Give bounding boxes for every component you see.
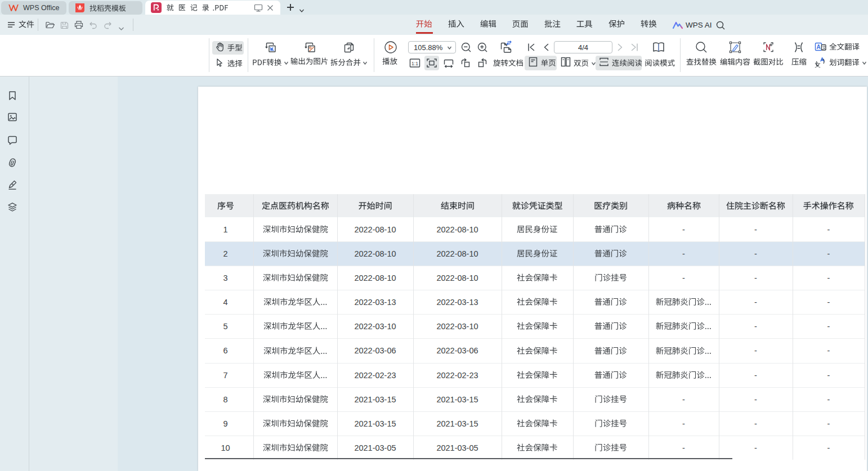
svg-text:1:1: 1:1 bbox=[411, 61, 418, 66]
svg-text:A: A bbox=[816, 44, 820, 50]
